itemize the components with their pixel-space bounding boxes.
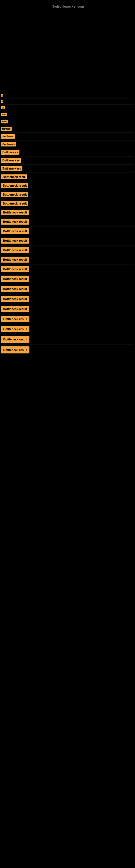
site-title: TheBottlenecker.com — [51, 4, 84, 8]
bar-row: Bottleneck result — [0, 284, 135, 294]
bar-row: Bottleneck resu — [0, 173, 135, 181]
bar-label: Bottleneck result — [1, 247, 29, 253]
bar-label: B — [1, 94, 3, 97]
bar-label: Bottleneck result — [1, 219, 29, 225]
bar-row: Bottleneck result — [0, 226, 135, 236]
bar-row: Bottleneck result — [0, 190, 135, 199]
bar-row: Bottleneck result — [0, 304, 135, 314]
bar-row: Bottleneck result — [0, 246, 135, 255]
bar-label: Bottleneck result — [1, 183, 28, 188]
bar-label: B — [1, 100, 3, 103]
bar-label: Bottleneck res — [1, 166, 22, 171]
bar-row: Bottleneck result — [0, 181, 135, 190]
bar-label: Bottleneck result — [1, 336, 30, 343]
bar-row: Bottlen — [0, 125, 135, 132]
bar-row: Bottleneck result — [0, 294, 135, 304]
bar-row: Bottleneck r — [0, 148, 135, 156]
bar-label: Bottleneck re — [1, 158, 21, 163]
bar-row: Bo — [0, 105, 135, 111]
bar-row: Bottleneck result — [0, 274, 135, 284]
bar-row: Bottl — [0, 118, 135, 125]
bar-label: Bottleneck result — [1, 306, 29, 312]
bar-label: Bottl — [1, 120, 8, 123]
bar-row: Bottleneck re — [0, 156, 135, 164]
bar-label: Bottleneck result — [1, 276, 29, 282]
bar-label: Bottleneck result — [1, 257, 29, 262]
bar-label: Bottleneck r — [1, 150, 19, 155]
bar-row: Bottlenec — [0, 133, 135, 140]
bar-label: Bottleneck result — [1, 286, 29, 292]
bar-label: Bottleneck — [1, 142, 16, 147]
chart-background — [0, 0, 135, 84]
bar-label: Bottleneck result — [1, 201, 28, 206]
bar-row: Bott — [0, 111, 135, 118]
bar-row: Bottleneck result — [0, 236, 135, 245]
bar-row: Bottleneck result — [0, 217, 135, 226]
bar-row: Bottleneck result — [0, 199, 135, 208]
bar-label: Bottleneck resu — [1, 175, 27, 179]
bar-label: Bottlen — [1, 127, 12, 131]
bar-label: Bottlenec — [1, 134, 15, 138]
bar-label: Bottleneck result — [1, 192, 28, 197]
bar-label: Bottleneck result — [1, 210, 29, 215]
bar-label: Bottleneck result — [1, 228, 29, 234]
bar-row: Bottleneck result — [0, 314, 135, 324]
bar-label: Bottleneck result — [1, 266, 29, 272]
bar-label: Bo — [1, 106, 5, 109]
bar-row: Bottleneck result — [0, 255, 135, 264]
bar-row: Bottleneck result — [0, 265, 135, 274]
bar-row: B — [0, 92, 135, 98]
bar-row: Bottleneck — [0, 141, 135, 148]
bar-label: Bott — [1, 113, 7, 116]
bar-row: Bottleneck result — [0, 345, 135, 355]
bar-label: Bottleneck result — [1, 296, 29, 302]
bar-label: Bottleneck result — [1, 326, 30, 332]
bar-label: Bottleneck result — [1, 238, 29, 244]
bar-row: Bottleneck result — [0, 334, 135, 344]
bar-label: Bottleneck result — [1, 316, 30, 322]
bar-row: Bottleneck result — [0, 324, 135, 334]
bar-row: Bottleneck result — [0, 208, 135, 217]
bar-label: Bottleneck result — [1, 346, 30, 353]
bar-row: B — [0, 98, 135, 104]
bar-row: Bottleneck res — [0, 165, 135, 173]
bars-container: BBBoBottBottlBottlenBottlenecBottleneckB… — [0, 92, 135, 355]
